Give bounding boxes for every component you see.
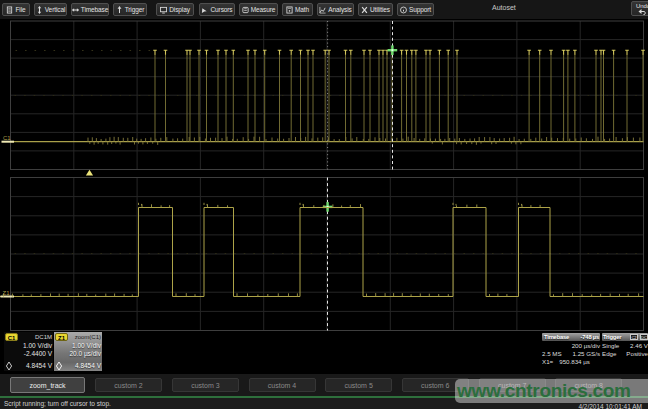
svg-text:C1: C1 [3, 135, 11, 141]
